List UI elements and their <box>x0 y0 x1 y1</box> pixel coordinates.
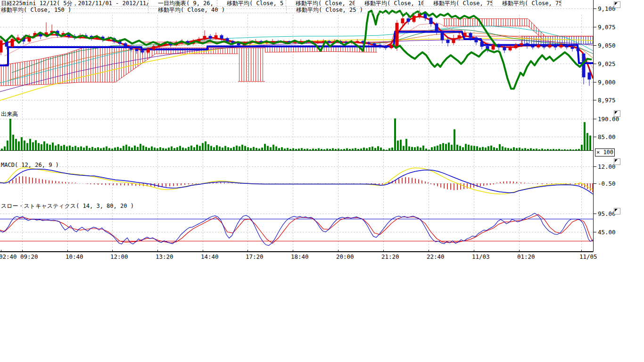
volume-bar <box>567 149 569 150</box>
volume-bar <box>15 139 17 151</box>
volume-bar <box>241 145 243 150</box>
axis-label: 9,050 <box>598 42 616 49</box>
volume-bar <box>247 147 249 150</box>
candle-body <box>203 36 206 39</box>
volume-bar <box>527 149 529 151</box>
volume-bar <box>210 146 212 151</box>
volume-bar <box>372 147 373 151</box>
volume-bar <box>434 147 436 151</box>
candle-body <box>458 35 461 38</box>
volume-bar <box>35 140 37 150</box>
volume-bar <box>448 142 450 150</box>
volume-bar <box>471 146 472 151</box>
volume-bar <box>21 137 23 150</box>
candle-body <box>373 43 376 45</box>
candle-body <box>492 45 495 49</box>
volume-bar <box>193 147 195 150</box>
volume-bar <box>114 148 116 150</box>
price-axis-scale-button[interactable] <box>614 1 620 8</box>
legend-item-ma20: 移動平均( Close, 20 ) <box>286 0 355 7</box>
volume-bar <box>524 148 526 150</box>
volume-bar <box>558 149 560 151</box>
volume-bar <box>323 149 325 151</box>
volume-bar <box>570 149 571 151</box>
volume-bar <box>445 144 447 150</box>
volume-bar <box>513 147 515 150</box>
macd-line <box>0 169 593 194</box>
volume-bar <box>584 122 586 150</box>
candle-body <box>560 45 562 47</box>
volume-bar <box>530 148 532 151</box>
volume-bar <box>270 147 272 150</box>
candle-body <box>198 39 200 41</box>
volume-bar <box>162 148 164 150</box>
volume-bar <box>482 147 484 151</box>
volume-bar <box>405 139 407 151</box>
volume-bar <box>272 145 274 150</box>
volume-bar <box>374 148 376 151</box>
candle-body <box>577 49 579 51</box>
volume-bar <box>295 149 297 151</box>
volume-bar <box>502 147 504 151</box>
volume-bar <box>553 149 554 151</box>
volume-bar <box>77 147 79 150</box>
volume-bar <box>315 149 317 151</box>
volume-bar <box>125 145 127 150</box>
legend-item-ichimoku: 一目均衡表( 9, 26, 52 ) <box>149 0 217 7</box>
volume-bar <box>38 143 40 151</box>
volume-bar <box>536 148 537 150</box>
candle-body <box>17 38 19 39</box>
stoch-axis-scale-button[interactable] <box>614 208 620 214</box>
stoch-percent-k-line <box>0 213 593 246</box>
candle-body <box>384 46 387 48</box>
volume-bar <box>140 144 141 150</box>
volume-bar <box>394 118 396 150</box>
macd-signal-line <box>0 168 593 194</box>
volume-bar <box>292 148 294 151</box>
volume-bar <box>236 146 238 151</box>
volume-bar <box>504 148 506 150</box>
legend-item-ma75a: 移動平均( Close, 75 ) <box>424 0 493 7</box>
candle-body <box>469 33 472 38</box>
volume-bar <box>490 146 492 151</box>
legend-item-ma5: 移動平均( Close, 5 ) <box>217 0 286 7</box>
macd-axis-scale-button[interactable] <box>614 158 620 165</box>
volume-bar <box>120 148 122 150</box>
legend-item-ma150: 移動平均( Close, 150 ) <box>0 7 149 13</box>
volume-bar <box>188 147 190 151</box>
volume-axis-scale-button[interactable] <box>614 110 620 117</box>
candle-body <box>135 49 138 51</box>
volume-bar <box>360 148 362 150</box>
volume-bar <box>142 146 144 151</box>
candle-body <box>514 45 517 48</box>
candle-body <box>520 43 523 45</box>
volume-bar <box>380 148 382 150</box>
chart-canvas[interactable]: 9,1009,0759,0509,0259,0008,975190.0085.0… <box>0 0 644 362</box>
axis-label: 9,000 <box>598 79 616 86</box>
candle-body <box>396 23 398 47</box>
candle-body <box>316 42 319 43</box>
volume-bar <box>493 147 495 150</box>
volume-bar <box>230 148 232 150</box>
candle-body <box>452 38 455 42</box>
time-axis-label: 13:20 <box>156 253 173 260</box>
candle-body <box>435 24 438 32</box>
candle-body <box>379 45 381 46</box>
volume-bar <box>575 149 577 151</box>
volume-bar <box>89 148 91 151</box>
volume-bar <box>352 148 354 150</box>
volume-bar <box>476 146 478 150</box>
volume-bar <box>425 148 427 150</box>
volume-bar <box>329 149 331 151</box>
volume-bar <box>281 147 283 150</box>
time-axis-label: 22:40 <box>427 253 445 260</box>
candle-body <box>571 47 574 49</box>
axis-label: -0.50 <box>598 180 616 187</box>
volume-bar <box>275 147 277 151</box>
volume-bar <box>179 146 181 151</box>
volume-bar <box>18 141 20 151</box>
volume-bar <box>468 145 470 150</box>
volume-axis-multiplier: × 100 <box>595 148 615 156</box>
volume-bar <box>533 149 535 151</box>
volume-bar <box>55 146 57 151</box>
